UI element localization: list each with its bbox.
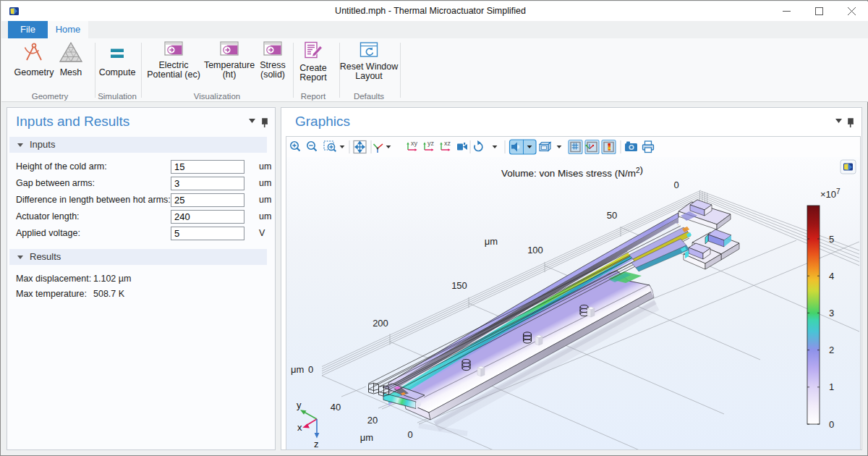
svg-text:0: 0 <box>673 180 678 190</box>
svg-text:μm: μm <box>291 364 304 375</box>
svg-text:40: 40 <box>331 402 341 413</box>
svg-text:0: 0 <box>308 364 313 375</box>
svg-text:200: 200 <box>373 318 388 329</box>
svg-text:xy: xy <box>411 140 418 147</box>
svg-text:50: 50 <box>607 210 617 221</box>
svg-text:4: 4 <box>829 271 834 282</box>
svg-text:μm: μm <box>360 432 373 443</box>
svg-text:5: 5 <box>829 234 834 245</box>
svg-text:1: 1 <box>829 381 834 392</box>
svg-text:3: 3 <box>829 308 834 318</box>
svg-text:2: 2 <box>829 345 834 355</box>
svg-text:xz: xz <box>444 140 451 147</box>
svg-text:100: 100 <box>527 245 543 256</box>
svg-text:0: 0 <box>407 429 412 440</box>
svg-text:0: 0 <box>829 419 834 430</box>
svg-text:x: x <box>297 422 302 433</box>
svg-text:z: z <box>314 439 319 449</box>
svg-text:yz: yz <box>427 140 435 147</box>
svg-text:μm: μm <box>485 236 498 247</box>
svg-text:150: 150 <box>451 280 467 291</box>
svg-text:20: 20 <box>367 415 378 426</box>
svg-text:y: y <box>297 400 302 410</box>
